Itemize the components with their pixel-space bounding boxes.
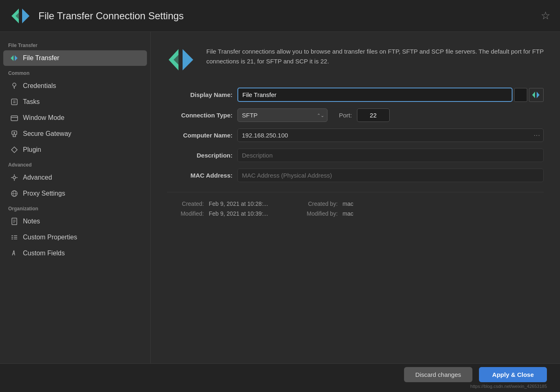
- connection-type-label: Connection Type:: [167, 112, 233, 119]
- sidebar-section-organization: Organization: [0, 202, 150, 213]
- footer-right: Discard changes Apply & Close https://bl…: [404, 367, 547, 389]
- proxy-settings-icon: [10, 189, 19, 198]
- content-logo-icon: [167, 45, 196, 74]
- svg-rect-11: [11, 116, 18, 121]
- sidebar-item-plugin[interactable]: Plugin: [3, 142, 147, 158]
- computer-name-row: Computer Name: ···: [167, 128, 544, 142]
- sidebar-item-label-file-transfer: File Transfer: [23, 54, 59, 62]
- file-transfer-icon: [10, 54, 19, 63]
- sidebar-item-label-proxy-settings: Proxy Settings: [23, 190, 65, 197]
- svg-marker-4: [15, 55, 18, 61]
- modified-by-row: Modified by: mac: [301, 210, 353, 217]
- port-input[interactable]: [357, 108, 390, 122]
- description-input[interactable]: [237, 149, 544, 162]
- info-description: File Transfer connections allow you to b…: [206, 45, 544, 66]
- metadata-right: Created by: mac Modified by: mac: [301, 201, 353, 217]
- window-title: File Transfer Connection Settings: [38, 10, 184, 22]
- metadata-left: Created: Feb 9, 2021 at 10:28:... Modifi…: [167, 201, 268, 217]
- main-layout: File TransferFile TransferCommonCredenti…: [0, 32, 560, 363]
- mac-address-row: MAC Address:: [167, 169, 544, 182]
- sidebar-item-credentials[interactable]: Credentials: [3, 78, 147, 94]
- computer-name-wrapper: ···: [237, 128, 544, 142]
- display-name-row: Display Name:: [167, 88, 544, 102]
- sidebar-item-file-transfer[interactable]: File Transfer: [3, 50, 147, 66]
- apply-close-button[interactable]: Apply & Close: [479, 367, 547, 382]
- created-by-label: Created by:: [301, 201, 338, 207]
- sidebar-item-label-plugin: Plugin: [23, 146, 41, 153]
- sidebar-item-label-advanced: Advanced: [23, 174, 52, 181]
- svg-marker-35: [183, 49, 193, 70]
- custom-fields-icon: [10, 249, 19, 258]
- svg-marker-38: [537, 92, 540, 98]
- sidebar-item-label-window-mode: Window Mode: [23, 114, 64, 122]
- plugin-icon: [10, 145, 19, 154]
- description-label: Description:: [167, 152, 233, 159]
- created-value: Feb 9, 2021 at 10:28:...: [209, 201, 268, 207]
- svg-rect-8: [11, 99, 17, 105]
- display-name-label: Display Name:: [167, 91, 233, 98]
- sidebar-item-advanced[interactable]: Advanced: [3, 170, 147, 185]
- sidebar-item-custom-properties[interactable]: Custom Properties: [3, 230, 147, 245]
- modified-by-label: Modified by:: [301, 210, 338, 217]
- connection-type-row: Connection Type: SFTP FTP SCP Port:: [167, 108, 544, 122]
- sidebar-item-secure-gateway[interactable]: Secure Gateway: [3, 126, 147, 142]
- sidebar-item-label-notes: Notes: [23, 218, 40, 225]
- sidebar-item-window-mode[interactable]: Window Mode: [3, 110, 147, 126]
- connection-type-select[interactable]: SFTP FTP SCP: [237, 108, 327, 122]
- computer-name-dots-button[interactable]: ···: [534, 132, 540, 139]
- credentials-icon: [10, 81, 19, 90]
- content-area: File Transfer connections allow you to b…: [151, 32, 560, 363]
- computer-name-input[interactable]: [237, 128, 544, 142]
- logo-picker-icon: [531, 90, 541, 100]
- svg-marker-1: [22, 9, 29, 23]
- notes-icon: [10, 217, 19, 226]
- custom-properties-icon: [10, 233, 19, 242]
- created-label: Created:: [167, 201, 204, 207]
- app-logo-icon: [10, 5, 31, 27]
- window-mode-icon: [10, 113, 19, 122]
- created-by-value: mac: [343, 201, 353, 207]
- sidebar-item-label-credentials: Credentials: [23, 82, 56, 90]
- created-by-row: Created by: mac: [301, 201, 353, 207]
- sidebar-section-file-transfer: File Transfer: [0, 38, 150, 50]
- secure-gateway-icon: [10, 129, 19, 138]
- logo-picker-button[interactable]: [529, 88, 544, 102]
- header-left: File Transfer Connection Settings: [10, 5, 184, 27]
- mac-address-label: MAC Address:: [167, 172, 233, 179]
- color-picker-button[interactable]: [514, 88, 527, 102]
- sidebar-item-notes[interactable]: Notes: [3, 214, 147, 229]
- header: File Transfer Connection Settings ☆: [0, 0, 560, 32]
- footer-url: https://blog.csdn.net/weixin_42653185: [470, 384, 547, 389]
- svg-point-14: [14, 132, 15, 134]
- svg-point-5: [13, 83, 16, 86]
- mac-address-input[interactable]: [237, 169, 544, 182]
- sidebar-item-proxy-settings[interactable]: Proxy Settings: [3, 186, 147, 201]
- sidebar-item-label-custom-fields: Custom Fields: [23, 250, 65, 257]
- sidebar-section-common: Common: [0, 66, 150, 78]
- metadata-section: Created: Feb 9, 2021 at 10:28:... Modifi…: [167, 192, 544, 217]
- display-name-controls: [237, 88, 544, 102]
- sidebar-item-custom-fields[interactable]: Custom Fields: [3, 246, 147, 261]
- discard-button[interactable]: Discard changes: [404, 367, 473, 382]
- computer-name-label: Computer Name:: [167, 132, 233, 139]
- display-name-input[interactable]: [237, 88, 513, 102]
- footer-buttons: Discard changes Apply & Close: [404, 367, 547, 382]
- sidebar-item-tasks[interactable]: Tasks: [3, 94, 147, 110]
- modified-value: Feb 9, 2021 at 10:39:...: [209, 210, 268, 217]
- created-row: Created: Feb 9, 2021 at 10:28:...: [167, 201, 268, 207]
- port-label: Port:: [339, 112, 352, 119]
- modified-label: Modified:: [167, 210, 204, 217]
- favorite-star-icon[interactable]: ☆: [541, 9, 550, 22]
- sidebar: File TransferFile TransferCommonCredenti…: [0, 32, 151, 363]
- modified-by-value: mac: [343, 210, 353, 217]
- footer: Discard changes Apply & Close https://bl…: [0, 363, 560, 392]
- sidebar-item-label-secure-gateway: Secure Gateway: [23, 130, 71, 137]
- sidebar-section-advanced: Advanced: [0, 158, 150, 169]
- description-row: Description:: [167, 149, 544, 162]
- svg-marker-37: [532, 92, 535, 98]
- svg-marker-3: [11, 55, 14, 61]
- connection-type-select-wrapper[interactable]: SFTP FTP SCP: [237, 108, 327, 122]
- modified-row: Modified: Feb 9, 2021 at 10:39:...: [167, 210, 268, 217]
- svg-point-15: [13, 176, 16, 179]
- advanced-icon: [10, 173, 19, 182]
